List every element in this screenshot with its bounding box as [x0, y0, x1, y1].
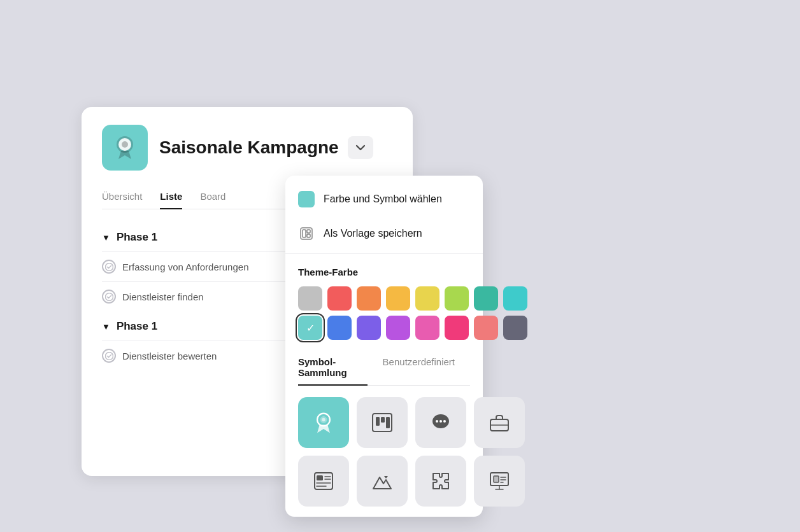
- svg-rect-29: [490, 473, 508, 486]
- color-swatch-amber[interactable]: [386, 286, 410, 311]
- svg-point-19: [439, 420, 442, 423]
- svg-rect-24: [317, 475, 323, 480]
- dropdown-item-label: Farbe und Symbol wählen: [324, 193, 442, 205]
- color-swatch-yellow[interactable]: [415, 286, 439, 311]
- svg-rect-7: [303, 230, 306, 237]
- color-swatch-orange[interactable]: [357, 286, 381, 311]
- svg-rect-8: [307, 230, 310, 233]
- color-swatch-salmon[interactable]: [474, 316, 498, 340]
- svg-point-20: [443, 420, 446, 423]
- symbol-grid: [298, 397, 470, 507]
- color-swatch-gray[interactable]: [298, 286, 322, 311]
- task-label: Dienstleister bewerten: [122, 351, 217, 361]
- dropdown-item-vorlage[interactable]: Als Vorlage speichern: [285, 216, 483, 251]
- symbol-chat-bubble[interactable]: [415, 397, 466, 448]
- color-swatch-hotpink[interactable]: [445, 316, 469, 340]
- template-icon: [298, 225, 315, 242]
- task-label: Dienstleister finden: [122, 291, 204, 302]
- color-swatch-blue[interactable]: [327, 316, 352, 340]
- phase-1-label: Phase 1: [117, 231, 157, 244]
- check-icon: [102, 349, 116, 363]
- phase-1-arrow-icon: ▼: [102, 233, 110, 242]
- phase-2-label: Phase 1: [117, 320, 157, 333]
- color-swatch-icon: [298, 191, 315, 207]
- svg-point-2: [122, 141, 128, 148]
- color-grid-row1: [298, 286, 470, 311]
- svg-point-18: [436, 420, 438, 423]
- symbol-presentation[interactable]: [474, 456, 525, 507]
- symbol-ribbon[interactable]: [298, 397, 349, 448]
- svg-rect-9: [307, 234, 310, 237]
- svg-point-12: [322, 418, 325, 421]
- symbol-tab-bar: Symbol-Sammlung Benutzerdefiniert: [298, 351, 470, 386]
- symbol-image-list[interactable]: [298, 456, 349, 507]
- tab-liste[interactable]: Liste: [160, 186, 182, 209]
- svg-rect-14: [376, 417, 380, 426]
- symbol-kanban[interactable]: [357, 397, 408, 448]
- color-swatch-cyan[interactable]: [503, 286, 527, 311]
- dropdown-item-farbe-symbol[interactable]: Farbe und Symbol wählen: [285, 182, 483, 216]
- task-label: Erfassung von Anforderungen: [122, 262, 248, 272]
- phase-2-arrow-icon: ▼: [102, 322, 110, 332]
- project-title-area: Saisonale Kampagne: [159, 136, 373, 159]
- theme-farbe-title: Theme-Farbe: [298, 267, 470, 277]
- color-swatch-red[interactable]: [327, 286, 352, 311]
- color-swatch-teal[interactable]: [474, 286, 498, 311]
- symbol-puzzle[interactable]: [415, 456, 466, 507]
- symbol-briefcase[interactable]: [474, 397, 525, 448]
- color-swatch-lime[interactable]: [445, 286, 469, 311]
- project-title: Saisonale Kampagne: [159, 137, 339, 158]
- project-header: Saisonale Kampagne: [102, 125, 392, 171]
- symbol-mountain[interactable]: [357, 456, 408, 507]
- dropdown-item-label: Als Vorlage speichern: [324, 228, 422, 239]
- symbol-tab-benutzerdefiniert[interactable]: Benutzerdefiniert: [383, 351, 455, 386]
- project-menu-button[interactable]: [348, 136, 373, 159]
- check-icon: [102, 290, 116, 304]
- project-icon: [102, 125, 148, 171]
- color-grid-row2: ✓: [298, 316, 470, 340]
- svg-rect-23: [315, 473, 332, 489]
- color-swatch-pink[interactable]: [415, 316, 439, 340]
- tab-uebersicht[interactable]: Übersicht: [102, 186, 142, 209]
- color-swatch-violet[interactable]: [357, 316, 381, 340]
- symbol-tab-sammlung[interactable]: Symbol-Sammlung: [298, 351, 368, 386]
- color-swatch-teal-selected[interactable]: ✓: [298, 316, 322, 340]
- svg-rect-16: [386, 417, 390, 428]
- svg-rect-32: [494, 476, 499, 482]
- dropdown-menu: Farbe und Symbol wählen Als Vorlage spei…: [285, 176, 483, 517]
- svg-rect-15: [381, 417, 385, 423]
- color-swatch-darkgray[interactable]: [503, 316, 527, 340]
- color-swatch-purple[interactable]: [386, 316, 410, 340]
- tab-board[interactable]: Board: [200, 186, 225, 209]
- check-icon: [102, 260, 116, 274]
